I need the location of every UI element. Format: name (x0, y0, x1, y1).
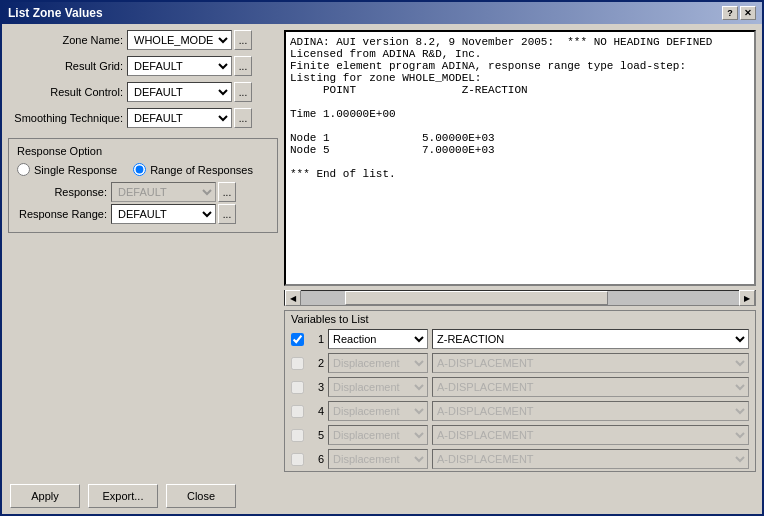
range-of-responses-label: Range of Responses (150, 164, 253, 176)
variables-section: Variables to List 1ReactionZ-REACTION2Di… (284, 310, 756, 472)
single-response-option[interactable]: Single Response (17, 163, 117, 176)
result-grid-select[interactable]: DEFAULT (127, 56, 232, 76)
var-1-value-select[interactable]: Z-REACTION (432, 329, 749, 349)
variable-row: 6DisplacementA-DISPLACEMENT (285, 447, 755, 471)
var-2-checkbox[interactable] (291, 357, 304, 370)
response-label: Response: (17, 186, 107, 198)
variable-rows-container: 1ReactionZ-REACTION2DisplacementA-DISPLA… (285, 327, 755, 471)
response-range-label: Response Range: (17, 208, 107, 220)
response-row: Response: DEFAULT ... (17, 182, 269, 202)
var-5-num: 5 (308, 429, 324, 441)
result-grid-ellipsis-button[interactable]: ... (234, 56, 252, 76)
close-button[interactable]: Close (166, 484, 236, 508)
left-panel: Zone Name: WHOLE_MODEL ... Result Grid: … (8, 30, 278, 472)
range-of-responses-radio[interactable] (133, 163, 146, 176)
var-1-num: 1 (308, 333, 324, 345)
response-range-select[interactable]: DEFAULT (111, 204, 216, 224)
variable-row: 5DisplacementA-DISPLACEMENT (285, 423, 755, 447)
response-option-group-label: Response Option (17, 145, 269, 157)
var-6-num: 6 (308, 453, 324, 465)
response-select[interactable]: DEFAULT (111, 182, 216, 202)
bottom-bar: Apply Export... Close (2, 478, 762, 514)
horizontal-scrollbar[interactable]: ◀ ▶ (284, 290, 756, 306)
var-6-type-select[interactable]: Displacement (328, 449, 428, 469)
result-control-control: DEFAULT ... (127, 82, 278, 102)
var-4-checkbox[interactable] (291, 405, 304, 418)
result-grid-label: Result Grid: (8, 60, 123, 72)
variable-row: 3DisplacementA-DISPLACEMENT (285, 375, 755, 399)
variable-row: 1ReactionZ-REACTION (285, 327, 755, 351)
var-1-type-select[interactable]: Reaction (328, 329, 428, 349)
result-control-row: Result Control: DEFAULT ... (8, 82, 278, 102)
var-3-value-select[interactable]: A-DISPLACEMENT (432, 377, 749, 397)
content-area: Zone Name: WHOLE_MODEL ... Result Grid: … (2, 24, 762, 478)
response-range-ellipsis-button[interactable]: ... (218, 204, 236, 224)
result-grid-control: DEFAULT ... (127, 56, 278, 76)
response-option-group: Response Option Single Response Range of… (8, 138, 278, 233)
smoothing-technique-ellipsis-button[interactable]: ... (234, 108, 252, 128)
smoothing-technique-label: Smoothing Technique: (8, 112, 123, 124)
window-title: List Zone Values (8, 6, 103, 20)
scroll-left-button[interactable]: ◀ (285, 290, 301, 306)
var-2-num: 2 (308, 357, 324, 369)
zone-name-select[interactable]: WHOLE_MODEL (127, 30, 232, 50)
help-button[interactable]: ? (722, 6, 738, 20)
response-ellipsis-button[interactable]: ... (218, 182, 236, 202)
variables-title: Variables to List (285, 311, 755, 327)
zone-name-row: Zone Name: WHOLE_MODEL ... (8, 30, 278, 50)
var-3-type-select[interactable]: Displacement (328, 377, 428, 397)
var-2-type-select[interactable]: Displacement (328, 353, 428, 373)
var-3-num: 3 (308, 381, 324, 393)
var-4-type-select[interactable]: Displacement (328, 401, 428, 421)
right-panel: ADINA: AUI version 8.2, 9 November 2005:… (284, 30, 756, 472)
range-of-responses-option[interactable]: Range of Responses (133, 163, 253, 176)
single-response-radio[interactable] (17, 163, 30, 176)
result-grid-row: Result Grid: DEFAULT ... (8, 56, 278, 76)
radio-row: Single Response Range of Responses (17, 163, 269, 176)
response-range-row: Response Range: DEFAULT ... (17, 204, 269, 224)
smoothing-technique-control: DEFAULT ... (127, 108, 278, 128)
scroll-track[interactable] (301, 291, 739, 305)
variable-row: 4DisplacementA-DISPLACEMENT (285, 399, 755, 423)
zone-name-ellipsis-button[interactable]: ... (234, 30, 252, 50)
var-6-value-select[interactable]: A-DISPLACEMENT (432, 449, 749, 469)
result-control-ellipsis-button[interactable]: ... (234, 82, 252, 102)
var-6-checkbox[interactable] (291, 453, 304, 466)
scroll-right-button[interactable]: ▶ (739, 290, 755, 306)
export-button[interactable]: Export... (88, 484, 158, 508)
var-5-checkbox[interactable] (291, 429, 304, 442)
var-2-value-select[interactable]: A-DISPLACEMENT (432, 353, 749, 373)
apply-button[interactable]: Apply (10, 484, 80, 508)
main-window: List Zone Values ? ✕ Zone Name: WHOLE_MO… (0, 0, 764, 516)
title-bar: List Zone Values ? ✕ (2, 2, 762, 24)
title-bar-buttons: ? ✕ (722, 6, 756, 20)
smoothing-technique-row: Smoothing Technique: DEFAULT ... (8, 108, 278, 128)
zone-name-control: WHOLE_MODEL ... (127, 30, 278, 50)
var-5-type-select[interactable]: Displacement (328, 425, 428, 445)
close-window-button[interactable]: ✕ (740, 6, 756, 20)
single-response-label: Single Response (34, 164, 117, 176)
scroll-thumb[interactable] (345, 291, 608, 305)
var-4-num: 4 (308, 405, 324, 417)
var-4-value-select[interactable]: A-DISPLACEMENT (432, 401, 749, 421)
text-output: ADINA: AUI version 8.2, 9 November 2005:… (284, 30, 756, 286)
response-range-control: DEFAULT ... (111, 204, 269, 224)
result-control-label: Result Control: (8, 86, 123, 98)
response-control: DEFAULT ... (111, 182, 269, 202)
var-1-checkbox[interactable] (291, 333, 304, 346)
variable-row: 2DisplacementA-DISPLACEMENT (285, 351, 755, 375)
zone-name-label: Zone Name: (8, 34, 123, 46)
result-control-select[interactable]: DEFAULT (127, 82, 232, 102)
smoothing-technique-select[interactable]: DEFAULT (127, 108, 232, 128)
var-3-checkbox[interactable] (291, 381, 304, 394)
var-5-value-select[interactable]: A-DISPLACEMENT (432, 425, 749, 445)
